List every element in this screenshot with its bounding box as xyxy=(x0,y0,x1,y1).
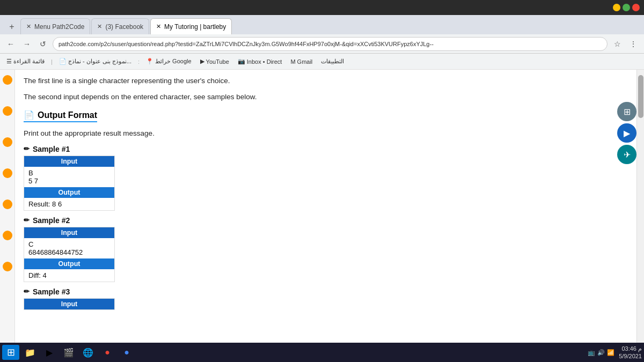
taskbar-play[interactable]: ▶ xyxy=(41,345,58,360)
bookmark-apps[interactable]: التطبيقات xyxy=(319,57,346,66)
title-bar xyxy=(0,0,644,15)
bookmark-label: Inbox • Direct xyxy=(247,58,282,65)
output-format-icon: 📄 xyxy=(24,110,34,120)
tab-icon: ✕ xyxy=(156,23,161,30)
sample-2-box: Input C 68468864844752 Output Diff: 4 xyxy=(24,227,115,282)
tab-icon: ✕ xyxy=(26,23,31,30)
orange-circle-6 xyxy=(3,231,12,240)
taskbar-browser-ie[interactable]: 🌐 xyxy=(79,345,97,360)
taskbar: ⊞ 📁 ▶ 🎬 🌐 ● ● 📺 🔊 📶 03:46 م 5/9/2021 xyxy=(0,343,644,362)
taskbar-folder[interactable]: 📁 xyxy=(21,345,39,360)
orange-circle-3 xyxy=(3,137,12,147)
sample-3-box: Input xyxy=(24,298,115,310)
send-float-button[interactable]: ✈ xyxy=(617,145,636,164)
bookmark-label: التطبيقات xyxy=(321,58,344,65)
tray-icon-3: 📶 xyxy=(607,349,614,356)
bookmark-label: خرائط Google xyxy=(155,58,192,65)
bookmark-icon: 📄 xyxy=(59,58,67,65)
orange-circle-1 xyxy=(3,75,12,85)
sample-1-input-value: B 5 7 xyxy=(24,167,114,187)
grid-float-button[interactable]: ⊞ xyxy=(617,102,636,121)
taskbar-chrome-2[interactable]: ● xyxy=(118,345,135,360)
sample-1-box: Input B 5 7 Output Result: 8 6 xyxy=(24,156,115,211)
tray-icon-1: 📺 xyxy=(588,349,595,356)
bookmark-reading-list[interactable]: ☰ قائمة القراءة xyxy=(4,57,47,66)
bookmark-button[interactable]: ☆ xyxy=(611,38,624,50)
sample-1-output-value: Result: 8 6 xyxy=(24,198,114,210)
address-bar: ← → ↺ path2code.com/p2c/suser/question/r… xyxy=(0,34,644,54)
content-wrapper: The first line is a single character rep… xyxy=(0,70,644,343)
bookmark-label: قائمة القراءة xyxy=(13,58,45,65)
tray-icon-2: 🔊 xyxy=(597,349,605,356)
pencil-icon: ✏ xyxy=(24,216,30,224)
tab-bar: + ✕ Menu Path2Code ✕ (3) Facebook ✕ My T… xyxy=(0,15,644,34)
tab-menu[interactable]: ✕ Menu Path2Code xyxy=(20,18,90,34)
sample-1-output-label: Output xyxy=(24,187,114,198)
sample-2-output-value: Diff: 4 xyxy=(24,269,114,282)
pencil-icon: ✏ xyxy=(24,145,30,153)
back-button[interactable]: ← xyxy=(4,38,17,50)
tab-tutoring[interactable]: ✕ My Tutoring | bartleby xyxy=(150,18,232,34)
sample-3-block: ✏ Sample #3 Input xyxy=(24,287,626,310)
left-sidebar xyxy=(0,70,15,343)
bookmark-icon: 📷 xyxy=(238,58,245,65)
sample-2-block: ✏ Sample #2 Input C 68468864844752 Outpu… xyxy=(24,216,626,282)
pencil-icon: ✏ xyxy=(24,287,30,295)
tab-label: (3) Facebook xyxy=(105,23,143,31)
maximize-button[interactable] xyxy=(623,4,630,11)
bookmark-icon: M xyxy=(290,58,295,65)
bookmarks-bar: ☰ قائمة القراءة | 📄 نموذج بنى عنوان - نم… xyxy=(0,54,644,70)
sample-3-input-label: Input xyxy=(24,299,114,309)
line1-text: The first line is a single character rep… xyxy=(24,75,626,87)
output-format-section: 📄 Output Format xyxy=(24,110,626,122)
tab-label: My Tutoring | bartleby xyxy=(164,23,226,31)
bookmark-inbox[interactable]: 📷 Inbox • Direct xyxy=(236,57,284,66)
forward-button[interactable]: → xyxy=(20,38,33,50)
taskbar-chrome-1[interactable]: ● xyxy=(99,345,116,360)
sample-3-title: ✏ Sample #3 xyxy=(24,287,626,296)
output-format-heading: 📄 Output Format xyxy=(24,110,97,122)
orange-circle-5 xyxy=(3,200,12,209)
scrollbar[interactable] xyxy=(636,70,644,343)
orange-circle-4 xyxy=(3,168,12,178)
orange-circle-7 xyxy=(3,262,12,271)
tab-icon: ✕ xyxy=(97,23,102,30)
print-instruction: Print out the appropriate result message… xyxy=(24,128,626,139)
taskbar-video[interactable]: 🎬 xyxy=(60,345,77,360)
play-float-button[interactable]: ▶ xyxy=(617,123,636,143)
tab-label: Menu Path2Code xyxy=(34,23,84,31)
taskbar-tray: 📺 🔊 📶 xyxy=(586,349,617,356)
right-float-buttons: ⊞ ▶ ✈ xyxy=(617,102,636,164)
sample-1-title: ✏ Sample #1 xyxy=(24,145,626,153)
start-button[interactable]: ⊞ xyxy=(2,345,19,360)
bookmark-icon: ☰ xyxy=(6,58,12,65)
sample-2-title: ✏ Sample #2 xyxy=(24,216,626,225)
bookmark-gmail[interactable]: M Gmail xyxy=(288,57,314,66)
bookmark-youtube[interactable]: ▶ YouTube xyxy=(198,57,231,66)
new-tab-button[interactable]: + xyxy=(4,19,19,34)
bookmark-maps[interactable]: 📍 خرائط Google xyxy=(144,57,194,66)
settings-button[interactable]: ⋮ xyxy=(627,38,640,50)
bookmark-label: Gmail xyxy=(297,58,313,65)
taskbar-clock: 03:46 م 5/9/2021 xyxy=(619,345,642,360)
url-bar[interactable]: path2code.com/p2c/suser/question/read.ph… xyxy=(53,37,608,51)
sample-1-block: ✏ Sample #1 Input B 5 7 Output Result: 8… xyxy=(24,145,626,211)
bookmark-icon: 📍 xyxy=(146,58,153,65)
bookmark-icon: ▶ xyxy=(200,58,204,65)
orange-circle-2 xyxy=(3,106,12,116)
sample-2-input-label: Input xyxy=(24,227,114,238)
sample-1-input-label: Input xyxy=(24,156,114,167)
close-button[interactable] xyxy=(632,4,640,11)
minimize-button[interactable] xyxy=(613,4,620,11)
scrollbar-thumb[interactable] xyxy=(638,75,643,118)
bookmark-label: نموذج بنى عنوان - نماذج... xyxy=(68,58,131,65)
url-text: path2code.com/p2c/suser/question/read.ph… xyxy=(58,41,434,47)
refresh-button[interactable]: ↺ xyxy=(36,38,49,50)
bookmark-separator-2: : xyxy=(138,58,140,65)
tab-facebook[interactable]: ✕ (3) Facebook xyxy=(91,18,149,34)
sample-2-output-label: Output xyxy=(24,258,114,269)
bookmark-template[interactable]: 📄 نموذج بنى عنوان - نماذج... xyxy=(57,57,134,66)
bookmark-label: YouTube xyxy=(206,58,229,65)
page-content: The first line is a single character rep… xyxy=(15,70,636,343)
line2-text: The second input depends on the entered … xyxy=(24,91,626,103)
